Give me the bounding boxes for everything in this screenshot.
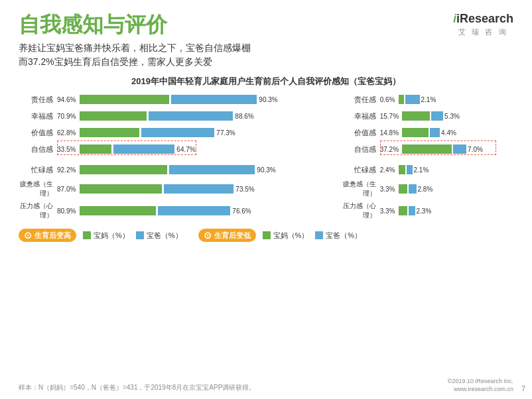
charts-wrapper: 责任感 94.6% 90.3% 幸福感 70.9% 88. (19, 93, 513, 223)
table-row: 价值感 62.8% 77.3% (19, 126, 328, 139)
legend-decline-tag: ⊙ 生育后变低 (198, 229, 256, 242)
footer-note: 样本：N（妈妈）=540，N（爸爸）=431，于2019年8月在京宝宝APP调研… (19, 383, 255, 392)
table-row: 压力感（心理） 80.9% 76.6% (19, 201, 328, 220)
page-number: 7 (521, 384, 525, 392)
footer-right: ©2019.10 iResearch Inc. www.iresearch.co… (448, 378, 513, 392)
footer: 样本：N（妈妈）=540，N（爸爸）=431，于2019年8月在京宝宝APP调研… (19, 378, 513, 392)
table-row: 价值感 14.8% 4.4% (342, 126, 513, 139)
legend-decline-group: ⊙ 生育后变低 宝妈（%） 宝爸（%） (198, 229, 362, 242)
chart-right: 责任感 0.6% 2.1% 幸福感 15.7% 5.3% (342, 93, 513, 223)
legend-rise-tag: ⊙ 生育后变高 (19, 229, 76, 242)
header-subtitle: 养娃让宝妈宝爸痛并快乐着，相比之下，宝爸自信感爆棚 而37.2%宝妈生育后自信受… (19, 41, 513, 69)
table-row: 自信感 33.5% 64.7% (19, 142, 328, 156)
table-row: 忙碌感 2.4% 2.1% (342, 163, 513, 176)
table-row: 疲惫感（生理） 87.0% 73.5% (19, 180, 328, 198)
page-title: 自我感知与评价 (19, 12, 513, 37)
table-row: 责任感 0.6% 2.1% (342, 93, 513, 106)
footer-copyright: ©2019.10 iResearch Inc. (448, 378, 513, 384)
left-chart-inner: 责任感 94.6% 90.3% 幸福感 70.9% 88. (19, 93, 328, 220)
legend: ⊙ 生育后变高 宝妈（%） 宝爸（%） ⊙ 生育后变低 宝妈（%） (19, 229, 513, 242)
dad-color-icon-2 (315, 231, 323, 239)
legend-rise-group: ⊙ 生育后变高 宝妈（%） 宝爸（%） (19, 229, 182, 242)
table-row: 幸福感 15.7% 5.3% (342, 109, 513, 123)
chart-title: 2019年中国年轻育儿家庭用户生育前后个人自我评价感知（宝爸宝妈） (19, 76, 513, 87)
table-row: 忙碌感 92.2% 90.3% (19, 163, 328, 176)
legend-mom-item: 宝妈（%） (83, 231, 129, 241)
table-row: 疲惫感（生理） 3.3% 2.8% (342, 180, 513, 198)
footer-url: www.iresearch.com.cn (454, 386, 513, 392)
dad-color-icon (136, 231, 144, 239)
mom-color-icon-2 (263, 231, 271, 239)
legend-dad-item: 宝爸（%） (136, 231, 182, 241)
legend-mom-item-2: 宝妈（%） (263, 231, 309, 241)
mom-color-icon (83, 231, 91, 239)
logo: iiResearch 艾 瑞 咨 询 (453, 12, 513, 37)
table-row: 压力感（心理） 3.3% 2.3% (342, 201, 513, 220)
logo-sub: 艾 瑞 咨 询 (458, 27, 507, 37)
logo-brand: iiResearch (453, 12, 513, 26)
table-row: 幸福感 70.9% 88.6% (19, 109, 328, 123)
table-row: 自信感 37.2% 7.0% (342, 142, 513, 156)
chart-left: 责任感 94.6% 90.3% 幸福感 70.9% 88. (19, 93, 328, 223)
page: iiResearch 艾 瑞 咨 询 自我感知与评价 养娃让宝妈宝爸痛并快乐着，… (0, 0, 532, 399)
table-row: 责任感 94.6% 90.3% (19, 93, 328, 106)
legend-dad-item-2: 宝爸（%） (315, 231, 362, 241)
